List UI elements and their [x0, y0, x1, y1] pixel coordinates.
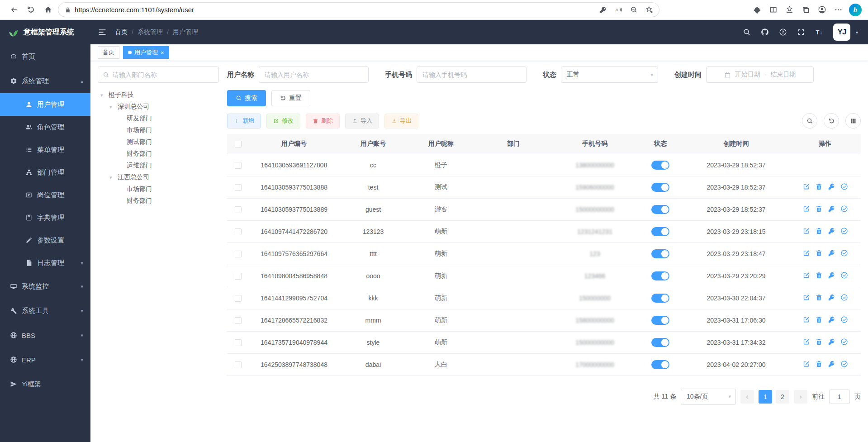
assign-role-button[interactable]: [840, 271, 848, 279]
sidebar-item-post[interactable]: 岗位管理: [0, 184, 90, 206]
sidebar-item-dept[interactable]: 部门管理: [0, 161, 90, 184]
row-checkbox[interactable]: [235, 295, 242, 302]
sidebar-item-monitor[interactable]: 系统监控▾: [0, 274, 90, 299]
add-button[interactable]: 新增: [227, 114, 261, 128]
row-checkbox[interactable]: [235, 251, 242, 257]
sidebar-toggle-icon[interactable]: [98, 28, 107, 37]
header-search-icon[interactable]: [743, 28, 751, 36]
delete-row-button[interactable]: [815, 294, 823, 301]
reset-password-button[interactable]: [828, 338, 835, 346]
browser-back-button[interactable]: [6, 3, 21, 17]
assign-role-button[interactable]: [840, 316, 848, 323]
browser-home-button[interactable]: [41, 3, 55, 17]
edit-row-button[interactable]: [802, 316, 810, 323]
reset-password-button[interactable]: [828, 227, 835, 235]
tree-node[interactable]: 测试部门: [98, 136, 219, 148]
export-button[interactable]: 导出: [384, 114, 418, 128]
reset-password-button[interactable]: [828, 271, 835, 279]
tab-user-mgmt[interactable]: 用户管理 ×: [123, 46, 169, 59]
breadcrumb-item-user[interactable]: 用户管理: [173, 28, 198, 36]
sidebar-item-tool[interactable]: 系统工具▾: [0, 299, 90, 323]
sidebar-item-role[interactable]: 角色管理: [0, 116, 90, 138]
tree-node[interactable]: 财务部门: [98, 148, 219, 160]
status-toggle[interactable]: [651, 271, 669, 280]
delete-row-button[interactable]: [815, 183, 823, 190]
tab-home[interactable]: 首页: [98, 46, 119, 59]
edit-row-button[interactable]: [802, 249, 810, 257]
edit-button[interactable]: 修改: [266, 114, 300, 128]
status-toggle[interactable]: [651, 294, 669, 303]
add-favorite-icon[interactable]: [642, 3, 656, 17]
sidebar-item-param[interactable]: 参数设置: [0, 229, 90, 252]
delete-row-button[interactable]: [815, 249, 823, 257]
edit-row-button[interactable]: [802, 271, 810, 279]
zoom-out-icon[interactable]: [626, 3, 641, 17]
sidebar-item-log[interactable]: 日志管理▾: [0, 252, 90, 274]
sidebar-item-dict[interactable]: 字典管理: [0, 206, 90, 229]
delete-row-button[interactable]: [815, 338, 823, 346]
row-checkbox[interactable]: [235, 162, 242, 169]
select-all-checkbox[interactable]: [235, 141, 242, 147]
sidebar-item-yi[interactable]: Yi框架: [0, 372, 90, 396]
status-toggle[interactable]: [651, 360, 669, 369]
status-toggle[interactable]: [651, 227, 669, 236]
row-checkbox[interactable]: [235, 361, 242, 368]
refresh-table-button[interactable]: [824, 113, 839, 128]
sidebar-item-home[interactable]: 首页: [0, 44, 90, 69]
read-aloud-icon[interactable]: A: [611, 3, 626, 17]
status-toggle[interactable]: [651, 183, 669, 192]
collections-icon[interactable]: [798, 3, 813, 17]
tree-node[interactable]: 市场部门: [98, 183, 219, 195]
status-toggle[interactable]: [651, 249, 669, 258]
reset-password-button[interactable]: [828, 183, 835, 190]
copilot-icon[interactable]: b: [849, 4, 862, 16]
font-size-icon[interactable]: TT: [815, 28, 823, 36]
tree-node[interactable]: 财务部门: [98, 195, 219, 207]
edit-row-button[interactable]: [802, 294, 810, 301]
date-range-picker[interactable]: 开始日期 - 结束日期: [706, 67, 814, 83]
assign-role-button[interactable]: [840, 227, 848, 235]
reset-password-button[interactable]: [828, 249, 835, 257]
delete-row-button[interactable]: [815, 271, 823, 279]
page-size-select[interactable]: 10条/页 ▾: [681, 389, 736, 405]
password-key-icon[interactable]: [596, 3, 610, 17]
row-checkbox[interactable]: [235, 184, 242, 191]
row-checkbox[interactable]: [235, 228, 242, 235]
reset-password-button[interactable]: [828, 360, 835, 368]
search-button[interactable]: 搜索: [227, 90, 266, 106]
browser-menu-icon[interactable]: [831, 3, 845, 17]
assign-role-button[interactable]: [840, 205, 848, 213]
tree-node[interactable]: ▾深圳总公司: [98, 101, 219, 113]
sidebar-item-menu[interactable]: 菜单管理: [0, 138, 90, 161]
assign-role-button[interactable]: [840, 360, 848, 368]
tree-node[interactable]: 运维部门: [98, 160, 219, 171]
row-checkbox[interactable]: [235, 317, 242, 324]
edit-row-button[interactable]: [802, 338, 810, 346]
app-logo[interactable]: 意框架管理系统: [0, 20, 90, 44]
columns-setting-button[interactable]: [845, 113, 861, 128]
sidebar-item-user[interactable]: 用户管理: [0, 93, 90, 116]
delete-button[interactable]: 删除: [306, 114, 340, 128]
row-checkbox[interactable]: [235, 206, 242, 213]
status-toggle[interactable]: [651, 338, 669, 347]
tree-node[interactable]: ▾江西总公司: [98, 171, 219, 183]
delete-row-button[interactable]: [815, 316, 823, 323]
status-toggle[interactable]: [651, 205, 669, 214]
reset-password-button[interactable]: [828, 205, 835, 213]
browser-refresh-button[interactable]: [24, 3, 38, 17]
assign-role-button[interactable]: [840, 183, 848, 190]
address-bar[interactable]: https://ccnetcore.com:1101/system/user A: [58, 2, 659, 17]
row-checkbox[interactable]: [235, 273, 242, 280]
phone-input[interactable]: [417, 67, 526, 83]
github-icon[interactable]: [761, 28, 769, 36]
dept-search-box[interactable]: [98, 67, 219, 83]
edit-row-button[interactable]: [802, 205, 810, 213]
dept-search-input[interactable]: [113, 71, 214, 78]
edit-row-button[interactable]: [802, 227, 810, 235]
status-toggle[interactable]: [651, 316, 669, 325]
user-avatar[interactable]: YJ: [833, 24, 850, 41]
row-checkbox[interactable]: [235, 339, 242, 346]
delete-row-button[interactable]: [815, 360, 823, 368]
edit-row-button[interactable]: [802, 360, 810, 368]
page-2-button[interactable]: 2: [776, 390, 789, 404]
